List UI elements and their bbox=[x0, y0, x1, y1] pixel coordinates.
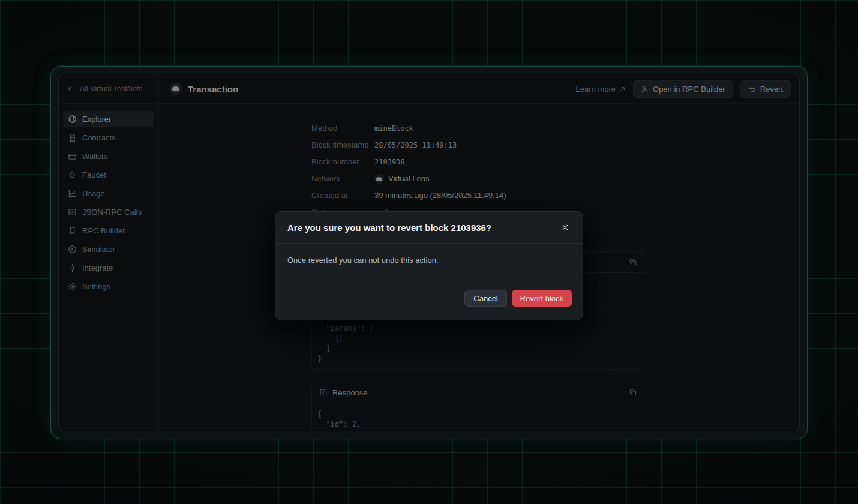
dialog-footer: Cancel Revert block bbox=[275, 277, 583, 320]
dialog-header: Are you sure you want to revert block 21… bbox=[275, 212, 583, 244]
cancel-button[interactable]: Cancel bbox=[464, 290, 506, 307]
desktop-background: All Virtual TestNets ExplorerContractsWa… bbox=[0, 0, 858, 504]
dialog-message: Once reverted you can not undo this acti… bbox=[275, 244, 583, 277]
dialog-title: Are you sure you want to revert block 21… bbox=[287, 223, 491, 233]
revert-confirm-dialog: Are you sure you want to revert block 21… bbox=[275, 211, 583, 320]
revert-block-button[interactable]: Revert block bbox=[512, 290, 572, 307]
close-icon[interactable] bbox=[560, 222, 571, 233]
